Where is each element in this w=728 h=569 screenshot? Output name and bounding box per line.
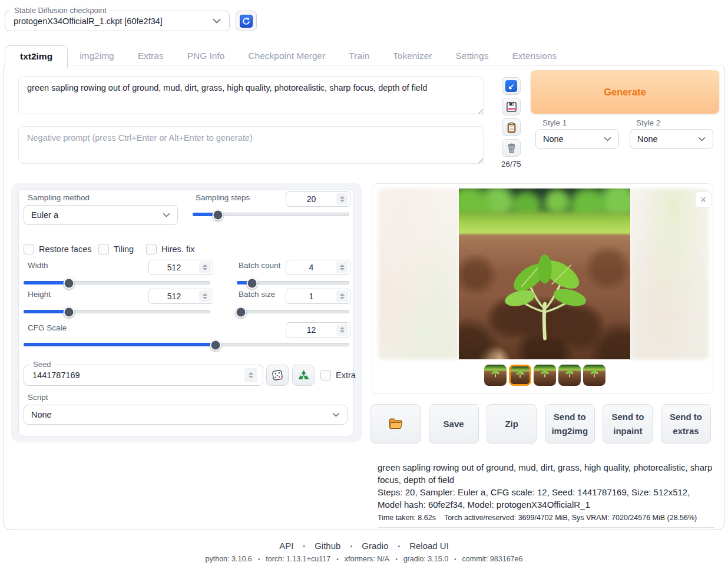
restore-faces-checkbox[interactable]: Restore faces xyxy=(24,244,91,254)
sampling-steps-slider[interactable] xyxy=(193,209,349,220)
height-slider[interactable] xyxy=(24,306,210,317)
script-dropdown[interactable]: None xyxy=(24,405,348,425)
dice-icon xyxy=(272,369,283,381)
spinner[interactable] xyxy=(336,262,348,273)
gallery-backdrop-left xyxy=(378,188,459,359)
app-root: Stable Diffusion checkpoint protogenX34O… xyxy=(0,0,728,569)
random-seed-button[interactable] xyxy=(266,365,289,386)
spinner[interactable] xyxy=(336,290,348,302)
gallery-thumbnails xyxy=(484,365,605,386)
negative-prompt-input[interactable] xyxy=(18,126,484,164)
tab-settings[interactable]: Settings xyxy=(444,45,500,67)
style2-dropdown[interactable]: None xyxy=(630,129,713,149)
checkpoint-label: Stable Diffusion checkpoint xyxy=(11,6,110,15)
thumbnail-2-selected[interactable] xyxy=(509,365,531,386)
send-to-extras-button[interactable]: Send to extras xyxy=(661,404,711,444)
torch-version: torch: 1.13.1+cu117 xyxy=(266,555,330,563)
tab-checkpoint-merger[interactable]: Checkpoint Merger xyxy=(236,45,337,67)
gradio-link[interactable]: Gradio xyxy=(362,541,388,551)
style2-label: Style 2 xyxy=(636,118,660,127)
tab-extras[interactable]: Extras xyxy=(126,45,176,67)
params-panel: Sampling method Euler a Sampling steps 2… xyxy=(11,183,362,442)
spinner[interactable] xyxy=(244,368,257,382)
extra-seed-checkbox[interactable]: Extra xyxy=(320,370,356,381)
batch-count-slider[interactable] xyxy=(237,277,349,288)
thumbnail-3[interactable] xyxy=(534,365,556,386)
sampling-steps-input[interactable]: 20 xyxy=(286,191,350,207)
tab-txt2img[interactable]: txt2img xyxy=(5,45,68,68)
close-gallery-button[interactable]: × xyxy=(695,191,712,208)
paste-params-button[interactable]: ↙ xyxy=(502,77,521,95)
checkbox-icon xyxy=(146,244,157,254)
paste-arrow-icon: ↙ xyxy=(505,80,517,92)
info-params-text: Steps: 20, Sampler: Euler a, CFG scale: … xyxy=(378,486,714,511)
footer-versions: python: 3.10.6 • torch: 1.13.1+cu117 • x… xyxy=(0,555,728,563)
cfg-scale-input[interactable]: 12 xyxy=(286,322,350,338)
batch-count-input[interactable]: 4 xyxy=(286,260,350,275)
info-perf-text: Time taken: 8.62sTorch active/reserved: … xyxy=(378,514,714,528)
slider-handle[interactable] xyxy=(235,307,246,318)
chevron-down-icon xyxy=(698,137,706,141)
checkpoint-value: protogenX34OfficialR_1.ckpt [60fe2f34] xyxy=(14,16,163,26)
gallery-actions: Save Zip Send to img2img Send to inpaint… xyxy=(370,404,711,444)
sampling-method-dropdown[interactable]: Euler a xyxy=(24,205,178,225)
save-button[interactable]: Save xyxy=(429,404,479,444)
tiling-checkbox[interactable]: Tiling xyxy=(98,244,134,254)
commit-hash: commit: 983167e6 xyxy=(462,555,523,563)
send-to-img2img-button[interactable]: Send to img2img xyxy=(545,404,595,444)
zip-button[interactable]: Zip xyxy=(487,404,537,444)
seed-input[interactable]: Seed 1441787169 xyxy=(24,365,263,386)
sapling-art xyxy=(501,247,589,344)
thumbnail-1[interactable] xyxy=(484,365,507,386)
width-input[interactable]: 512 xyxy=(148,260,213,275)
slider-handle[interactable] xyxy=(210,340,221,351)
slider-handle[interactable] xyxy=(63,278,74,289)
width-slider[interactable] xyxy=(24,277,210,288)
slider-handle[interactable] xyxy=(63,307,74,318)
trash-icon xyxy=(506,143,517,154)
batch-size-input[interactable]: 1 xyxy=(286,289,350,304)
hires-fix-checkbox[interactable]: Hires. fix xyxy=(146,244,194,254)
spinner[interactable] xyxy=(336,324,348,336)
token-counter: 26/75 xyxy=(498,160,525,168)
slider-handle[interactable] xyxy=(213,210,224,221)
spinner[interactable] xyxy=(199,262,211,273)
apply-style-button[interactable] xyxy=(502,118,521,136)
slider-handle[interactable] xyxy=(246,278,257,289)
generated-image[interactable] xyxy=(459,188,630,359)
gallery-panel: × xyxy=(372,183,713,394)
tab-png-info[interactable]: PNG Info xyxy=(176,45,237,67)
thumbnail-5[interactable] xyxy=(583,365,605,386)
folder-icon xyxy=(388,418,403,430)
tab-img2img[interactable]: img2img xyxy=(68,45,126,67)
tab-tokenizer[interactable]: Tokenizer xyxy=(381,45,444,67)
vram-stats: Torch active/reserved: 3699/4702 MiB, Sy… xyxy=(444,514,697,522)
reload-ui-link[interactable]: Reload UI xyxy=(409,541,449,551)
open-folder-button[interactable] xyxy=(370,404,421,444)
tab-extensions[interactable]: Extensions xyxy=(500,45,568,67)
cfg-scale-slider[interactable] xyxy=(24,339,349,350)
batch-size-slider[interactable] xyxy=(237,306,349,317)
github-link[interactable]: Github xyxy=(315,541,340,551)
reuse-seed-button[interactable] xyxy=(292,365,315,386)
params-card: Sampling method Euler a Sampling steps 2… xyxy=(18,189,354,436)
spinner[interactable] xyxy=(199,290,211,302)
info-prompt-text: green sapling rowing out of ground, mud,… xyxy=(378,461,714,486)
width-label: Width xyxy=(28,261,48,270)
save-style-button[interactable] xyxy=(502,98,521,115)
style1-dropdown[interactable]: None xyxy=(535,129,619,149)
thumbnail-4[interactable] xyxy=(558,365,581,386)
api-link[interactable]: API xyxy=(279,541,293,551)
spinner[interactable] xyxy=(336,193,348,205)
checkpoint-row: Stable Diffusion checkpoint protogenX34O… xyxy=(5,11,257,31)
generate-button[interactable]: Generate xyxy=(531,70,719,114)
generation-info: green sapling rowing out of ground, mud,… xyxy=(378,461,714,528)
send-to-inpaint-button[interactable]: Send to inpaint xyxy=(603,404,653,444)
checkpoint-dropdown[interactable]: Stable Diffusion checkpoint protogenX34O… xyxy=(5,11,230,31)
prompt-input[interactable]: green sapling rowing out of ground, mud,… xyxy=(18,76,484,114)
height-input[interactable]: 512 xyxy=(148,289,213,304)
refresh-checkpoint-button[interactable] xyxy=(236,11,257,31)
tab-train[interactable]: Train xyxy=(337,45,381,67)
clear-prompt-button[interactable] xyxy=(502,139,521,157)
chevron-down-icon xyxy=(604,137,611,141)
